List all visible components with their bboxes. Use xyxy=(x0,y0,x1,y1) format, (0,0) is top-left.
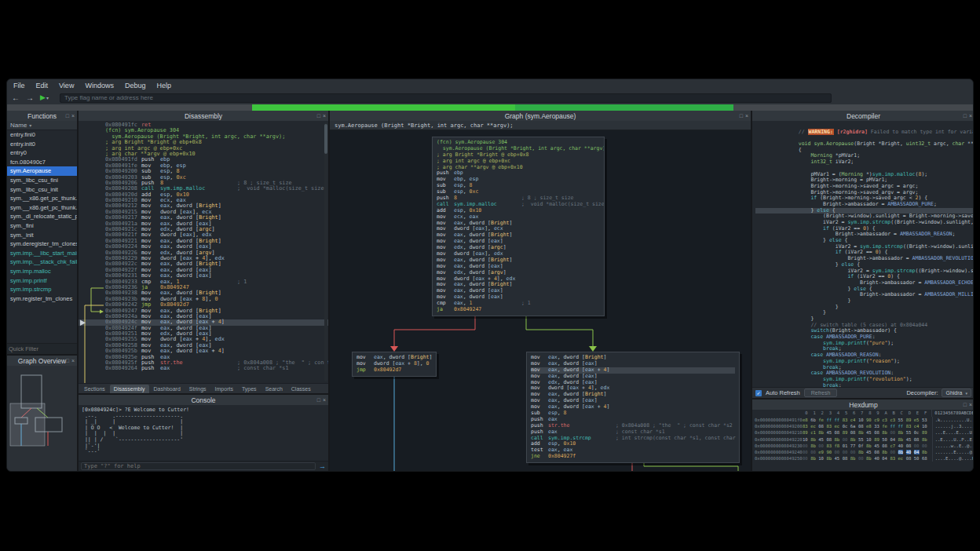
back-arrow-icon[interactable]: ← xyxy=(12,94,20,102)
debug-options-caret-icon[interactable]: ▾ xyxy=(46,95,49,100)
function-list-item[interactable]: sym.imp.__libc_start_main xyxy=(7,249,77,258)
cutter-window: FileEditViewWindowsDebugHelp ← → ▶ ▾ Fun… xyxy=(6,78,974,472)
decompiler-select[interactable]: Ghidra ▾ xyxy=(942,389,971,397)
disassembly-scrollbar[interactable] xyxy=(324,122,327,381)
graph-overview-minimap[interactable] xyxy=(7,366,77,471)
function-list-item[interactable]: sym.imp.malloc xyxy=(7,267,77,276)
disassembly-view[interactable]: 0x080491fcret (fcn) sym.Aeropause 304 sy… xyxy=(79,121,328,383)
function-list-item[interactable]: sym.imp.printf xyxy=(7,276,77,286)
view-tab[interactable]: Strings xyxy=(185,385,210,393)
nav-segment[interactable] xyxy=(252,104,515,111)
close-panel-icon[interactable]: × xyxy=(969,402,972,407)
function-list-item[interactable]: sym.__x86.get_pc_thunk.bp xyxy=(7,194,77,203)
menu-item[interactable]: Edit xyxy=(36,82,49,89)
float-panel-icon[interactable]: □ xyxy=(317,397,320,403)
hexdump-titlebar[interactable]: Hexdump □ × xyxy=(752,400,974,410)
disassembly-titlebar[interactable]: Disassembly □ × xyxy=(79,111,328,121)
function-list-item[interactable]: sym._dl_relocate_static_pie xyxy=(7,212,77,221)
close-panel-icon[interactable]: × xyxy=(323,113,326,119)
hex-address: 0x00000000080491f0 xyxy=(755,417,803,423)
debug-start-icon[interactable]: ▶ xyxy=(40,94,46,101)
close-panel-icon[interactable]: × xyxy=(71,113,75,119)
graph-canvas[interactable]: (fcn) sym.Aeropause 304 sym.Aeropause (B… xyxy=(330,130,751,471)
operands: 0x8049247 xyxy=(454,307,521,313)
function-list-item[interactable]: sym._libc_csu_init xyxy=(7,185,77,195)
float-panel-icon[interactable]: □ xyxy=(66,358,69,363)
function-list-item[interactable]: sym.imp.__stack_chk_fail xyxy=(7,257,77,267)
menu-item[interactable]: View xyxy=(59,82,74,89)
close-panel-icon[interactable]: × xyxy=(71,358,75,363)
float-panel-icon[interactable]: □ xyxy=(66,113,69,119)
function-list-item[interactable]: sym.Aeropause xyxy=(7,166,77,176)
hexdump-row[interactable]: 0x000000000804923000 8b 00 83 f8 01 77 0… xyxy=(752,443,974,449)
nav-segment[interactable] xyxy=(7,104,252,111)
function-list-item[interactable]: sym._fini xyxy=(7,221,77,231)
function-list-item[interactable]: entry.fini0 xyxy=(7,130,77,140)
operands: str.the xyxy=(548,423,616,429)
close-panel-icon[interactable]: × xyxy=(969,113,972,119)
decompiler-line[interactable]: // WARNING: [r2ghidra] Failed to match t… xyxy=(755,123,974,130)
graph-node-true-branch[interactable]: moveax, dword [Bright] movdword [eax + 8… xyxy=(352,352,437,377)
function-list-item[interactable]: sym.deregister_tm_clones xyxy=(7,239,77,249)
forward-arrow-icon[interactable]: → xyxy=(26,94,34,102)
graph-overview-titlebar[interactable]: Graph Overview □ × xyxy=(7,356,77,366)
function-list-item[interactable]: sym.imp.strcmp xyxy=(7,285,77,294)
close-panel-icon[interactable]: × xyxy=(745,113,748,119)
graph-node-entry[interactable]: (fcn) sym.Aeropause 304 sym.Aeropause (B… xyxy=(432,137,605,316)
nav-segment[interactable] xyxy=(733,104,973,111)
menu-item[interactable]: Help xyxy=(156,82,171,89)
quick-filter-input[interactable] xyxy=(9,345,77,352)
menu-item[interactable]: File xyxy=(13,82,25,89)
hexdump-row[interactable]: 0x000000000804924000 00 e9 90 00 00 00 8… xyxy=(752,449,974,455)
address-navigation-bar[interactable] xyxy=(7,104,973,111)
graph-titlebar[interactable]: Graph (sym.Aeropause) □ × xyxy=(330,111,751,121)
float-panel-icon[interactable]: □ xyxy=(964,402,967,407)
close-panel-icon[interactable]: × xyxy=(323,397,326,403)
view-tab[interactable]: Disassembly xyxy=(110,385,149,393)
function-list-item[interactable]: entry0 xyxy=(7,148,77,158)
decompiler-code[interactable]: // WARNING: [r2ghidra] Failed to match t… xyxy=(752,121,974,387)
hexdump-row[interactable]: 0x000000000804925000 8b 10 8b 45 08 8b 0… xyxy=(752,455,974,462)
view-tab[interactable]: Types xyxy=(238,385,261,393)
view-tab[interactable]: Classes xyxy=(287,385,315,393)
view-tab[interactable]: Sections xyxy=(80,385,109,393)
decompiler-titlebar[interactable]: Decompiler □ × xyxy=(752,111,974,121)
hexdump-row[interactable]: 0x000000000804920083 ec 08 83 ec 0c 6a 0… xyxy=(752,423,974,429)
hexdump-row[interactable]: 0x00000000080491f0e8 6b fe ff ff 83 c4 1… xyxy=(752,417,974,423)
graph-node-false-branch[interactable]: moveax, dword [Bright] moveax, dword [ea… xyxy=(526,352,740,463)
hex-address: 0x0000000008049250 xyxy=(755,455,803,462)
console-input[interactable] xyxy=(81,462,316,470)
function-name: sym._libc_csu_init xyxy=(10,186,58,193)
float-panel-icon[interactable]: □ xyxy=(317,113,320,119)
function-list-item[interactable]: sym._init xyxy=(7,231,77,240)
function-list-item[interactable]: sym.register_tm_clones xyxy=(7,294,77,304)
auto-refresh-checkbox[interactable]: ✓ xyxy=(755,390,762,396)
console-send-icon[interactable]: → xyxy=(319,463,326,470)
view-tab[interactable]: Search xyxy=(261,385,287,393)
hexdump-rows[interactable]: 0x00000000080491f0e8 6b fe ff ff 83 c4 1… xyxy=(752,417,974,471)
inline-comment: ; const char *s1 xyxy=(616,429,665,435)
view-tab[interactable]: Dashboard xyxy=(150,385,185,393)
minimap-viewport[interactable] xyxy=(10,403,45,446)
console-titlebar[interactable]: Console □ × xyxy=(79,395,328,405)
float-panel-icon[interactable]: □ xyxy=(740,113,743,119)
menu-item[interactable]: Debug xyxy=(125,82,146,89)
function-list-item[interactable]: entry.init0 xyxy=(7,140,77,149)
disassembly-line[interactable]: 0x08049264pusheax; const char *s1 xyxy=(79,366,328,371)
function-list-item[interactable]: sym.__x86.get_pc_thunk.bx xyxy=(7,203,77,213)
functions-column-header[interactable]: Name ▾ xyxy=(7,121,77,130)
function-list-item[interactable]: fcn.080490c7 xyxy=(7,158,77,167)
seek-search-input[interactable] xyxy=(60,93,832,103)
hexdump-row[interactable]: 0x000000000804921089 c1 8b 45 08 89 08 8… xyxy=(752,429,974,436)
hex-bytes: 00 8b 10 8b 45 08 8b 00 8b 40 04 83 ec 0… xyxy=(803,455,927,462)
nav-segment[interactable] xyxy=(515,104,733,111)
refresh-button[interactable]: Refresh xyxy=(804,389,838,397)
hexdump-row[interactable]: 0x000000000804922010 8b 45 08 8b 00 8b 5… xyxy=(752,436,974,443)
float-panel-icon[interactable]: □ xyxy=(964,113,967,119)
function-list-item[interactable]: sym._libc_csu_fini xyxy=(7,176,77,185)
functions-panel-titlebar[interactable]: Functions □ × xyxy=(7,111,77,121)
hex-address: 0x0000000008049220 xyxy=(755,436,803,443)
menu-item[interactable]: Windows xyxy=(85,82,114,89)
view-tab[interactable]: Imports xyxy=(211,385,237,393)
mnemonic: jne xyxy=(531,454,548,460)
